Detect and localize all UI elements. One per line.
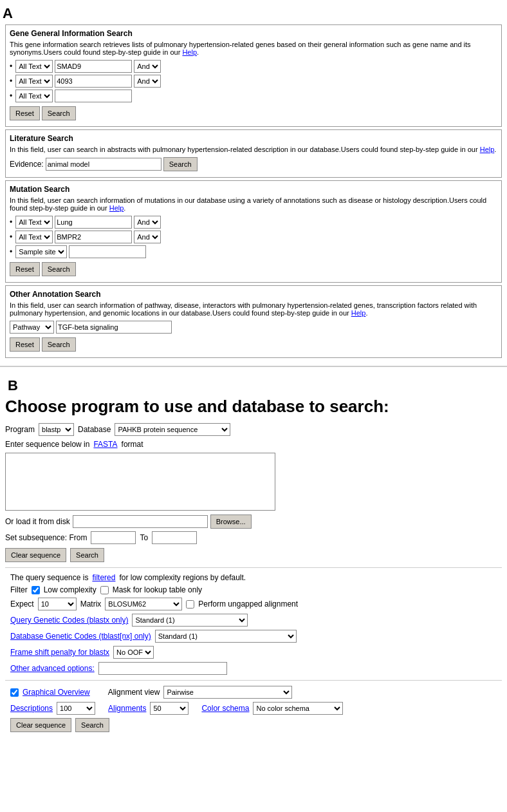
- database-select[interactable]: PAHKB protein sequence PAHKB nucleotide …: [115, 423, 230, 436]
- sequence-textarea[interactable]: [5, 453, 275, 511]
- gene-value-3[interactable]: [55, 90, 132, 102]
- mask-checkbox[interactable]: [100, 586, 109, 594]
- other-search-title: Other Annotation Search: [10, 290, 497, 299]
- gene-field-type-3[interactable]: All Text: [15, 90, 53, 102]
- db-genetic-codes-select[interactable]: Standard (1): [155, 630, 297, 643]
- graphical-overview-link[interactable]: Graphical Overview: [23, 688, 90, 697]
- descriptions-select[interactable]: 100 50 200 500: [57, 702, 95, 715]
- frame-shift-link[interactable]: Frame shift penalty for blastx: [10, 648, 109, 657]
- other-buttons: Reset Search: [10, 337, 497, 352]
- color-schema-select[interactable]: No color schema Identity BLOSUM62: [253, 702, 343, 715]
- clear-sequence-button[interactable]: Clear sequence: [5, 548, 66, 562]
- literature-evidence-row: Evidence: Search: [10, 157, 497, 171]
- mutation-field-type-2[interactable]: All Text: [15, 231, 53, 243]
- other-reset-button[interactable]: Reset: [10, 337, 40, 352]
- expect-select[interactable]: 10 0.001 0.01 0.1 1 100 1000: [38, 598, 77, 610]
- subseq-from-input[interactable]: [91, 531, 136, 544]
- expect-matrix-row: Expect 10 0.001 0.01 0.1 1 100 1000 Matr…: [10, 598, 497, 610]
- other-field-type[interactable]: Pathway Disease Interactor: [10, 321, 54, 334]
- section-b: B Choose program to use and database to …: [0, 367, 507, 746]
- to-label: To: [140, 533, 148, 542]
- alignment-view-select[interactable]: Pairwise Query-anchored with dots Flat q…: [163, 686, 292, 699]
- blast-search-button[interactable]: Search: [70, 548, 104, 562]
- gene-value-1[interactable]: [55, 60, 132, 73]
- mutation-value-3[interactable]: [69, 245, 146, 258]
- subsequence-row: Set subsequence: From To: [5, 531, 502, 544]
- query-genetic-codes-select[interactable]: Standard (1): [132, 614, 248, 627]
- mutation-field-type-3[interactable]: Sample site All Text: [15, 245, 67, 258]
- file-load-row: Or load it from disk Browse...: [5, 515, 502, 529]
- gene-buttons: Reset Search: [10, 106, 497, 120]
- evidence-label: Evidence:: [10, 160, 44, 169]
- mutation-value-1[interactable]: [55, 216, 132, 229]
- descriptions-link[interactable]: Descriptions: [10, 704, 53, 713]
- program-database-row: Program blastp blastn blastx tblastn tbl…: [5, 423, 502, 436]
- literature-search-panel: Literature Search In this field, user ca…: [5, 129, 502, 178]
- matrix-select[interactable]: BLOSUM62 BLOSUM45 BLOSUM80 PAM30 PAM70: [105, 598, 182, 610]
- format-label: format: [122, 440, 143, 449]
- browse-button[interactable]: Browse...: [210, 515, 252, 529]
- bottom-section: Graphical Overview Alignment view Pairwi…: [5, 680, 502, 741]
- descriptions-alignments-row: Descriptions 100 50 200 500 Alignments 5…: [10, 702, 497, 715]
- gene-field-type-2[interactable]: All Text: [15, 75, 53, 88]
- evidence-input[interactable]: [46, 158, 161, 171]
- other-advanced-row: Other advanced options:: [10, 662, 497, 675]
- literature-search-button[interactable]: Search: [163, 157, 198, 171]
- mutation-reset-button[interactable]: Reset: [10, 262, 40, 276]
- mutation-help-link[interactable]: Help: [109, 204, 124, 212]
- gene-field-type-1[interactable]: All Text: [15, 60, 53, 73]
- low-complexity-label: Low complexity: [44, 585, 97, 594]
- gene-connector-2[interactable]: And Or Not: [134, 75, 161, 88]
- alignments-select[interactable]: 50 100 200 500: [150, 702, 189, 715]
- mutation-connector-1[interactable]: And Or Not: [134, 216, 161, 229]
- mutation-field-type-1[interactable]: All Text: [15, 216, 53, 229]
- literature-search-desc: In this field, user can search in abstra…: [10, 146, 497, 153]
- filter-note-1: The query sequence is: [10, 573, 88, 582]
- mutation-value-2[interactable]: [55, 231, 132, 243]
- gene-search-desc: This gene information search retrieves l…: [10, 41, 497, 56]
- other-advanced-link[interactable]: Other advanced options:: [10, 664, 95, 673]
- alignments-link[interactable]: Alignments: [108, 704, 146, 713]
- filter-note-2: for low complexity regions by default.: [119, 573, 246, 582]
- filter-note-row: The query sequence is filtered for low c…: [10, 573, 497, 582]
- other-search-button[interactable]: Search: [42, 337, 76, 352]
- frame-shift-select[interactable]: No OOF: [113, 646, 154, 659]
- mutation-search-button[interactable]: Search: [42, 262, 76, 276]
- mutation-row-3: • Sample site All Text: [10, 245, 497, 258]
- gene-value-2[interactable]: [55, 75, 132, 88]
- graphical-overview-checkbox[interactable]: [10, 688, 19, 697]
- other-value[interactable]: [56, 321, 172, 334]
- ungapped-checkbox[interactable]: [186, 600, 194, 609]
- other-advanced-input[interactable]: [98, 662, 227, 675]
- section-b-label: B: [8, 377, 499, 394]
- search-button-2[interactable]: Search: [75, 718, 109, 732]
- bottom-action-row: Clear sequence Search: [10, 718, 497, 732]
- file-path-input[interactable]: [73, 515, 208, 528]
- filter-label: Filter: [10, 585, 28, 594]
- gene-search-panel: Gene General Information Search This gen…: [5, 24, 502, 127]
- options-section: The query sequence is filtered for low c…: [5, 573, 502, 675]
- program-select[interactable]: blastp blastn blastx tblastn tblastx: [39, 423, 74, 436]
- filter-row: Filter Low complexity Mask for lookup ta…: [10, 585, 497, 594]
- low-complexity-checkbox[interactable]: [32, 586, 40, 594]
- gene-reset-button[interactable]: Reset: [10, 106, 40, 120]
- database-label: Database: [78, 425, 111, 434]
- db-genetic-codes-link[interactable]: Database Genetic Codes (tblast[nx] only): [10, 632, 151, 641]
- literature-help-link[interactable]: Help: [480, 146, 495, 153]
- subseq-to-input[interactable]: [152, 531, 197, 544]
- mutation-search-panel: Mutation Search In this field, user can …: [5, 180, 502, 283]
- sequence-label: Enter sequence below in: [5, 440, 89, 449]
- section-a-label: A: [3, 5, 504, 22]
- clear-sequence-button-2[interactable]: Clear sequence: [10, 718, 71, 732]
- gene-connector-1[interactable]: And Or Not: [134, 60, 161, 73]
- gene-search-button[interactable]: Search: [42, 106, 76, 120]
- fasta-link[interactable]: FASTA: [93, 440, 117, 449]
- query-genetic-codes-link[interactable]: Query Genetic Codes (blastx only): [10, 616, 128, 625]
- color-schema-link[interactable]: Color schema: [201, 704, 249, 713]
- frame-shift-row: Frame shift penalty for blastx No OOF: [10, 646, 497, 659]
- program-label: Program: [5, 425, 35, 434]
- mutation-connector-2[interactable]: And Or Not: [134, 231, 161, 243]
- gene-search-help-link[interactable]: Help: [182, 48, 197, 56]
- other-help-link[interactable]: Help: [351, 309, 366, 317]
- filtered-link[interactable]: filtered: [92, 573, 115, 582]
